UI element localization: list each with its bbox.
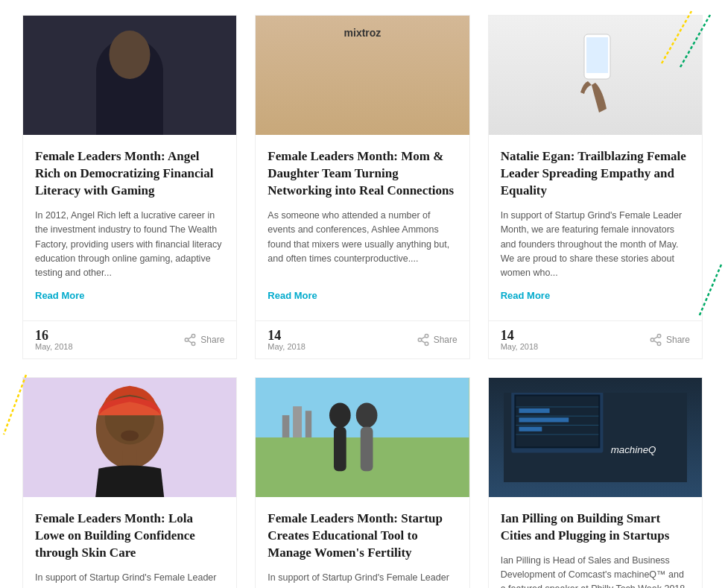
share-icon: [417, 333, 430, 347]
card-title: Female Leaders Month: Startup Creates Ed…: [267, 510, 457, 562]
ian-graphic: machineQ: [504, 393, 687, 482]
article-image-angel: [23, 16, 236, 135]
card-body: Ian Pilling on Building Smart Cities and…: [489, 497, 702, 588]
card-excerpt: In 2012, Angel Rich left a lucrative car…: [35, 209, 224, 281]
card-title: Natalie Egan: Trailblazing Female Leader…: [501, 148, 690, 200]
card-excerpt: In support of Startup Grind's Female Lea…: [267, 571, 457, 589]
card-excerpt: Ian Pilling is Head of Sales and Busines…: [501, 554, 690, 588]
mixtroz-logo-text: mixtroz: [344, 27, 382, 39]
svg-rect-31: [305, 411, 311, 437]
svg-line-7: [189, 341, 192, 343]
svg-point-11: [425, 342, 428, 346]
card-image: mixtroz: [256, 16, 469, 135]
page-wrapper: Female Leaders Month: Angel Rich on Demo…: [0, 0, 725, 588]
card-body: Natalie Egan: Trailblazing Female Leader…: [489, 135, 702, 320]
decoration-top-right: [654, 4, 721, 71]
svg-point-16: [657, 334, 661, 338]
card-title: Female Leaders Month: Angel Rich on Demo…: [35, 148, 224, 200]
svg-point-17: [650, 338, 654, 341]
card-image: [256, 378, 469, 497]
card-footer: 14 May, 2018 Share: [489, 320, 702, 358]
svg-line-2: [4, 375, 26, 434]
svg-point-34: [356, 402, 378, 427]
article-image-fertility: [256, 378, 469, 497]
svg-line-20: [653, 337, 657, 339]
card-month-year: May, 2018: [501, 342, 539, 351]
share-button[interactable]: Share: [649, 333, 690, 347]
svg-rect-44: [519, 408, 549, 413]
article-card: Female Leaders Month: Lola Lowe on Build…: [22, 377, 237, 588]
svg-rect-30: [293, 406, 302, 437]
article-image-ian: machineQ: [489, 378, 702, 497]
article-card: machineQ Ian Pilling on Building Smart C…: [488, 377, 703, 588]
svg-line-19: [653, 341, 657, 343]
card-excerpt: In support of Startup Grind's Female Lea…: [35, 571, 224, 589]
card-date: 16 May, 2018: [35, 329, 73, 351]
card-day: 14: [267, 329, 305, 342]
article-card: Female Leaders Month: Startup Creates Ed…: [255, 377, 469, 588]
svg-rect-35: [361, 426, 373, 471]
card-excerpt: In support of Startup Grind's Female Lea…: [501, 209, 690, 281]
svg-point-25: [121, 430, 139, 440]
svg-line-1: [680, 15, 710, 67]
article-card: mixtroz Female Leaders Month: Mom & Daug…: [255, 15, 469, 359]
article-image-mixtroz: mixtroz: [256, 16, 469, 135]
svg-rect-45: [519, 417, 569, 422]
article-image-lola: [23, 378, 236, 497]
card-date: 14 May, 2018: [267, 329, 305, 351]
card-day: 16: [35, 329, 73, 342]
card-body: Female Leaders Month: Angel Rich on Demo…: [23, 135, 236, 320]
card-body: Female Leaders Month: Mom & Daughter Tea…: [256, 135, 469, 320]
decoration-bottom-left: [0, 371, 34, 438]
read-more-link[interactable]: Read More: [35, 290, 224, 301]
svg-rect-15: [586, 37, 608, 73]
svg-line-3: [699, 265, 721, 317]
svg-point-32: [329, 402, 351, 427]
share-icon: [183, 333, 197, 347]
svg-rect-29: [282, 415, 290, 437]
svg-text:machineQ: machineQ: [610, 443, 656, 455]
card-footer: 14 May, 2018 Share: [256, 320, 469, 358]
share-button[interactable]: Share: [183, 333, 224, 347]
share-label: Share: [434, 335, 458, 345]
card-body: Female Leaders Month: Startup Creates Ed…: [256, 497, 469, 588]
share-button[interactable]: Share: [417, 333, 458, 347]
svg-line-13: [421, 337, 425, 339]
card-day: 14: [501, 329, 539, 342]
card-title: Ian Pilling on Building Smart Cities and…: [501, 510, 690, 545]
article-card: Female Leaders Month: Angel Rich on Demo…: [22, 15, 237, 359]
decoration-right-mid: [688, 261, 725, 320]
svg-point-5: [186, 338, 189, 341]
share-label: Share: [200, 335, 224, 345]
read-more-link[interactable]: Read More: [267, 290, 457, 301]
svg-point-9: [425, 334, 428, 338]
card-image: [23, 16, 236, 135]
phone-hand-graphic: [566, 27, 625, 124]
svg-point-4: [192, 334, 196, 338]
card-month-year: May, 2018: [35, 342, 73, 351]
share-icon: [649, 333, 662, 347]
card-body: Female Leaders Month: Lola Lowe on Build…: [23, 497, 236, 588]
card-footer: 16 May, 2018 Share: [23, 320, 236, 358]
svg-rect-33: [334, 426, 346, 471]
card-image: machineQ: [489, 378, 702, 497]
card-excerpt: As someone who attended a number of even…: [267, 209, 457, 281]
fertility-graphic: [256, 378, 469, 497]
svg-point-18: [657, 342, 661, 346]
card-title: Female Leaders Month: Mom & Daughter Tea…: [267, 148, 457, 200]
svg-point-6: [192, 342, 196, 346]
lola-graphic: [23, 378, 236, 497]
svg-rect-46: [519, 426, 542, 431]
svg-point-10: [418, 338, 422, 341]
card-month-year: May, 2018: [267, 342, 305, 351]
svg-line-8: [189, 337, 192, 339]
share-label: Share: [666, 335, 690, 345]
card-title: Female Leaders Month: Lola Lowe on Build…: [35, 510, 224, 562]
card-image: [23, 378, 236, 497]
svg-line-12: [421, 341, 425, 343]
article-grid: Female Leaders Month: Angel Rich on Demo…: [22, 15, 703, 588]
read-more-link[interactable]: Read More: [501, 290, 690, 301]
card-date: 14 May, 2018: [501, 329, 539, 351]
